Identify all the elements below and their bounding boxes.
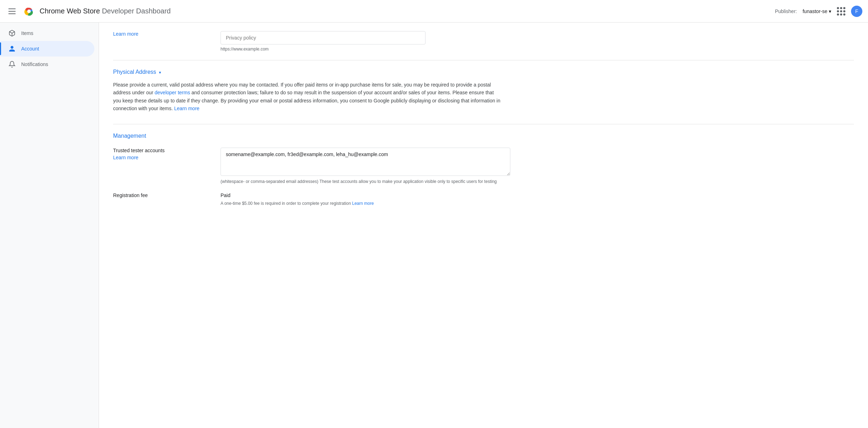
sidebar-item-notifications[interactable]: Notifications [0, 57, 94, 72]
trusted-tester-input-col: somename@example.com, fr3ed@example.com,… [221, 148, 854, 184]
sidebar-item-label: Items [21, 30, 33, 36]
trusted-tester-learn-more-link[interactable]: Learn more [113, 155, 212, 160]
sidebar-item-label: Notifications [21, 61, 48, 67]
registration-fee-row: Registration fee Paid A one-time $5.00 f… [113, 192, 854, 206]
registration-fee-learn-more-link[interactable]: Learn more [352, 201, 374, 206]
management-section: Management Trusted tester accounts Learn… [113, 133, 854, 206]
sidebar: Items Account Notifications [0, 23, 99, 428]
hamburger-icon[interactable] [6, 6, 18, 17]
privacy-policy-hint: https://www.example.com [221, 47, 854, 52]
sidebar-item-label: Account [21, 46, 39, 52]
account-circle-icon [8, 45, 16, 52]
privacy-policy-label-col: Learn more [113, 31, 212, 37]
registration-fee-value-col: Paid A one-time $5.00 fee is required in… [221, 192, 854, 206]
publisher-label: Publisher: [775, 8, 797, 14]
publisher-dropdown[interactable]: funastor-se ▾ [803, 8, 831, 14]
registration-fee-hint: A one-time $5.00 fee is required in orde… [221, 201, 854, 206]
svg-point-2 [27, 10, 31, 13]
trusted-tester-label-col: Trusted tester accounts Learn more [113, 148, 212, 160]
physical-address-section: Physical Address Please provide a curren… [113, 69, 854, 113]
privacy-policy-input[interactable] [221, 31, 426, 44]
privacy-policy-learn-more-link[interactable]: Learn more [113, 31, 139, 37]
trusted-tester-hint: (whitespace- or comma-separated email ad… [221, 179, 510, 184]
registration-fee-label: Registration fee [113, 192, 148, 198]
main-content: Learn more https://www.example.com Physi… [99, 23, 868, 428]
sidebar-item-account[interactable]: Account [0, 41, 94, 57]
chevron-down-icon: ▾ [829, 8, 831, 14]
section-divider-2 [113, 124, 854, 124]
apps-grid-icon[interactable] [837, 7, 845, 16]
privacy-policy-input-col: https://www.example.com [221, 31, 854, 52]
bell-icon [8, 61, 16, 68]
physical-address-description: Please provide a current, valid postal a… [113, 81, 502, 113]
trusted-tester-textarea[interactable]: somename@example.com, fr3ed@example.com,… [221, 148, 510, 176]
sidebar-item-items[interactable]: Items [0, 25, 94, 41]
management-title: Management [113, 133, 854, 139]
app-header: Chrome Web Store Developer Dashboard Pub… [0, 0, 868, 23]
user-avatar[interactable]: F [851, 6, 862, 17]
header-left: Chrome Web Store Developer Dashboard [6, 5, 775, 18]
section-divider [113, 60, 854, 60]
privacy-policy-section: Learn more https://www.example.com [113, 31, 854, 52]
header-title: Chrome Web Store Developer Dashboard [40, 7, 171, 15]
developer-terms-link[interactable]: developer terms [155, 90, 190, 95]
physical-address-title: Physical Address [113, 69, 156, 75]
chrome-logo [23, 5, 35, 18]
trusted-tester-label: Trusted tester accounts [113, 148, 165, 153]
header-right: Publisher: funastor-se ▾ F [775, 6, 862, 17]
app-layout: Items Account Notifications Le [0, 23, 868, 428]
package-icon [8, 30, 16, 37]
physical-address-learn-more-link[interactable]: Learn more [174, 106, 200, 111]
physical-address-header[interactable]: Physical Address [113, 69, 854, 75]
registration-fee-label-col: Registration fee [113, 192, 212, 198]
physical-address-chevron-icon [158, 69, 162, 75]
registration-fee-value: Paid [221, 192, 854, 198]
trusted-tester-row: Trusted tester accounts Learn more somen… [113, 148, 854, 184]
